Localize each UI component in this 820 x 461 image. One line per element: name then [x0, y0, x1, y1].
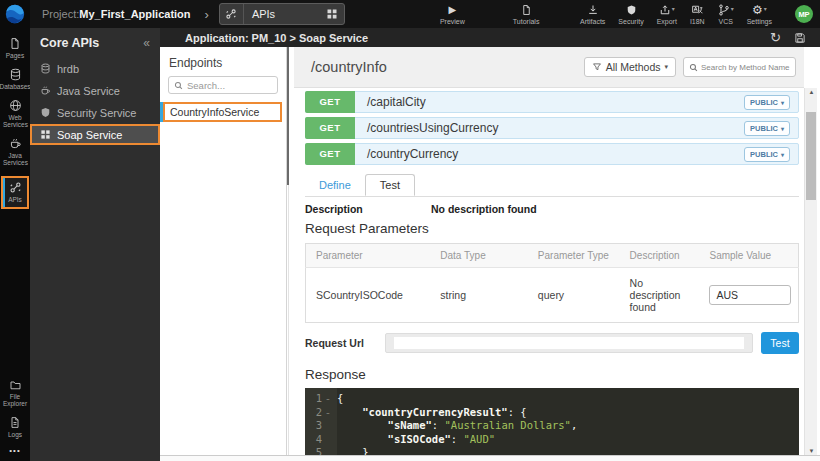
tutorials-button[interactable]: Tutorials [513, 3, 540, 25]
artifacts-button[interactable]: Artifacts [580, 3, 605, 25]
access-label: PUBLIC [750, 98, 778, 107]
description-label: Description [305, 203, 431, 215]
hrdb-database-icon [40, 63, 51, 74]
project-label: Project: [42, 8, 79, 20]
main-scrollbar[interactable]: ▲ ▼ [804, 88, 817, 455]
pages-icon [9, 37, 21, 50]
endpoints-scrollbar-thumb[interactable] [287, 47, 289, 185]
method-row[interactable]: GET /countriesUsingCurrency PUBLIC ▾ [305, 117, 799, 139]
sidebar-item-web-services[interactable]: Web Services [0, 99, 30, 128]
request-url-input[interactable] [394, 337, 744, 349]
app-window: Project:My_First_Application › APIs ▶ Pr… [0, 0, 820, 461]
sidebar-item-file-explorer[interactable]: File Explorer [0, 379, 30, 407]
get-verb-badge[interactable]: GET [305, 117, 355, 139]
tutorials-doc-icon [521, 3, 532, 16]
user-avatar[interactable]: MP [795, 5, 813, 23]
caret-down-icon: ▾ [664, 63, 668, 71]
sidebar-item-pages[interactable]: Pages [0, 37, 30, 59]
method-row[interactable]: GET /capitalCity PUBLIC ▾ [305, 91, 799, 113]
get-verb-badge[interactable]: GET [305, 143, 355, 165]
i18n-button[interactable]: I18N [690, 3, 705, 25]
access-label: PUBLIC [750, 124, 778, 133]
chevron-right-icon: › [205, 7, 209, 22]
grid-icon[interactable] [326, 8, 338, 20]
export-button[interactable]: ▾ Export [657, 3, 677, 25]
more-options-icon[interactable]: ••• [9, 446, 20, 455]
file-explorer-folder-icon [9, 379, 22, 391]
artifacts-label: Artifacts [580, 18, 605, 25]
fold-icon[interactable]: - [322, 406, 334, 420]
method-row[interactable]: GET /countryCurrency PUBLIC ▾ [305, 143, 799, 165]
endpoints-title: Endpoints [160, 47, 286, 76]
sidebar-item-databases[interactable]: Databases [0, 68, 30, 90]
vcs-button[interactable]: ▾ VCS [718, 3, 734, 25]
column-header: Parameter Type [528, 244, 620, 268]
core-api-item-security-service[interactable]: Security Service [30, 102, 160, 123]
access-dropdown[interactable]: PUBLIC ▾ [744, 147, 790, 162]
settings-label: Settings [747, 18, 772, 25]
code-line: 5 } [305, 446, 799, 455]
method-search-input[interactable] [701, 63, 790, 72]
access-dropdown[interactable]: PUBLIC ▾ [744, 95, 790, 110]
core-api-item-soap-service[interactable]: Soap Service [30, 124, 160, 145]
caret-down-icon: ▾ [781, 151, 784, 158]
tab-define[interactable]: Define [305, 174, 365, 196]
scrollbar-thumb[interactable] [806, 112, 816, 200]
wavemaker-logo-icon[interactable] [0, 0, 30, 28]
get-verb-badge[interactable]: GET [305, 91, 355, 113]
refresh-icon[interactable]: ↻ [770, 31, 781, 44]
response-code-editor[interactable]: 1- { 2- "countryCurrencyResult": { 3 "sN… [305, 388, 799, 455]
response-heading: Response [305, 367, 799, 382]
search-icon [174, 81, 183, 90]
caret-down-icon: ▾ [672, 5, 675, 12]
request-parameters-table: Parameter Data Type Parameter Type Descr… [305, 243, 799, 323]
methods-filter-dropdown[interactable]: All Methods ▾ [584, 57, 676, 77]
endpoints-search[interactable] [168, 76, 278, 94]
security-label: Security [618, 18, 643, 25]
security-service-shield-icon [40, 107, 51, 118]
project-breadcrumb[interactable]: Project:My_First_Application [42, 8, 191, 20]
endpoint-item-countryinfoservice[interactable]: CountryInfoService [163, 102, 282, 122]
service-header: /countryInfo All Methods ▾ [294, 47, 804, 88]
core-api-item-label: Security Service [57, 107, 136, 119]
settings-gear-icon: ⚙ [752, 3, 763, 16]
sidebar-item-apis[interactable]: APIs [1, 176, 29, 209]
endpoints-panel: Endpoints CountryInfoService [160, 47, 287, 455]
caret-down-icon: ▾ [731, 5, 734, 12]
sidebar-item-java-services[interactable]: Java Services [0, 137, 30, 166]
code-line: 3 "sName": "Australian Dollars", [305, 419, 799, 433]
page-title: /countryInfo [311, 59, 387, 75]
sample-value-input[interactable] [709, 285, 791, 305]
request-parameters-heading: Request Parameters [305, 221, 799, 236]
filter-funnel-icon [592, 62, 602, 72]
line-number: 2 [305, 406, 322, 420]
column-header: Parameter [306, 244, 431, 268]
access-dropdown[interactable]: PUBLIC ▾ [744, 121, 790, 136]
test-button[interactable]: Test [761, 332, 799, 354]
tab-test[interactable]: Test [365, 174, 415, 196]
fold-icon[interactable]: - [322, 392, 334, 406]
api-icon [9, 181, 22, 194]
core-apis-title: Core APIs [40, 36, 99, 50]
main-content: /countryInfo All Methods ▾ [294, 47, 804, 455]
method-path: /countryCurrency [367, 147, 458, 161]
top-bar: Project:My_First_Application › APIs ▶ Pr… [0, 0, 820, 28]
table-row: SCountryISOCode string query No descript… [306, 268, 799, 323]
core-api-item-hrdb[interactable]: hrdb [30, 58, 160, 79]
param-name-cell: SCountryISOCode [306, 268, 431, 323]
core-api-item-java-service[interactable]: Java Service [30, 80, 160, 101]
scroll-down-arrow[interactable]: ▼ [805, 448, 818, 454]
endpoints-search-input[interactable] [187, 80, 272, 91]
save-icon[interactable] [794, 32, 806, 44]
sidebar-item-logs[interactable]: Logs [0, 416, 30, 438]
collapse-panel-icon[interactable]: « [143, 36, 150, 50]
topbar-right-actions: Artifacts Security ▾ [580, 3, 820, 25]
security-button[interactable]: Security [618, 3, 643, 25]
left-nav-rail: Pages Databases Web Services [0, 28, 30, 461]
preview-button[interactable]: ▶ Preview [440, 3, 465, 25]
request-url-box [385, 333, 753, 353]
method-search[interactable] [683, 57, 796, 77]
workspace-tab-apis[interactable]: APIs [219, 3, 345, 25]
scroll-up-arrow[interactable]: ▲ [805, 89, 818, 95]
settings-button[interactable]: ⚙ ▾ Settings [747, 3, 772, 25]
